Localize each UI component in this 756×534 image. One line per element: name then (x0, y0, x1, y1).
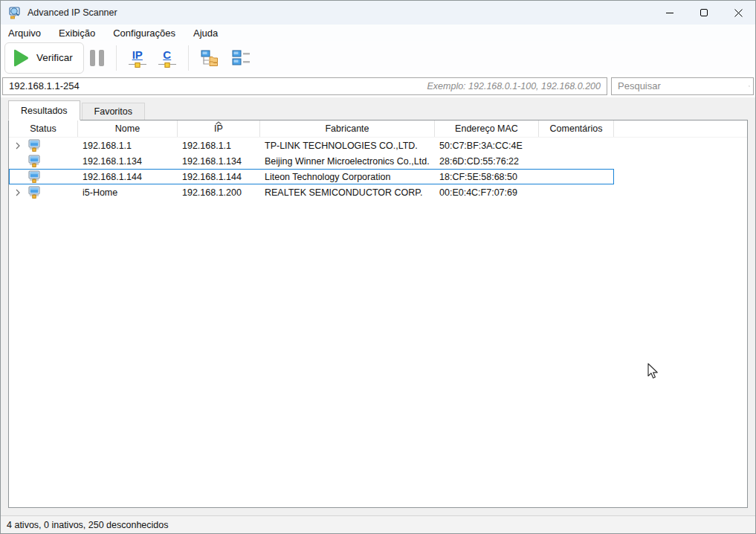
collapse-all-button[interactable] (226, 42, 257, 74)
status-cell (9, 155, 78, 167)
column-header-ip[interactable]: IP (178, 120, 260, 137)
play-icon (10, 48, 30, 68)
status-cell (9, 186, 78, 199)
app-icon (8, 6, 22, 19)
menu-ajuda[interactable]: Ajuda (193, 28, 228, 39)
tab-bar: Resultados Favoritos (8, 100, 748, 120)
name-cell: i5-Home (78, 187, 178, 198)
menu-configuracoes[interactable]: Configurações (113, 28, 186, 39)
column-header-nome[interactable]: Nome (78, 120, 178, 137)
title-bar: Advanced IP Scanner (1, 1, 755, 25)
manufacturer-cell: TP-LINK TECHNOLOGIES CO.,LTD. (260, 141, 435, 151)
ip-cell: 192.168.1.144 (178, 172, 260, 182)
mac-cell: 18:CF:5E:58:68:50 (435, 172, 539, 182)
computer-status-icon (28, 139, 40, 152)
table-row[interactable]: 192.168.1.1 192.168.1.1 TP-LINK TECHNOLO… (9, 138, 614, 153)
tab-favoritos[interactable]: Favoritos (82, 103, 145, 120)
ip-cell: 192.168.1.134 (178, 156, 260, 167)
table-row[interactable]: 192.168.1.144 192.168.1.144 Liteon Techn… (9, 169, 614, 184)
ip-range-input[interactable]: 192.168.1.1-254 Exemplo: 192.168.0.1-100… (2, 77, 607, 95)
status-cell (9, 139, 78, 152)
sort-ascending-icon (216, 121, 222, 125)
pause-icon (90, 50, 104, 66)
expander-icon[interactable] (12, 189, 24, 196)
toolbar-separator (116, 45, 117, 71)
results-panel: Status Nome IP Fabricante Endereço MAC C… (8, 120, 748, 508)
ip-icon: IP (129, 49, 146, 67)
computer-status-icon (28, 155, 40, 167)
tree-view-icon (201, 50, 220, 66)
manufacturer-cell: Liteon Technology Corporation (260, 172, 435, 182)
menu-arquivo[interactable]: Arquivo (8, 28, 51, 39)
list-view-icon (232, 50, 251, 66)
status-bar: 4 ativos, 0 inativos, 250 desconhecidos (1, 515, 755, 533)
column-header-status[interactable]: Status (9, 120, 78, 137)
name-cell: 192.168.1.144 (78, 172, 178, 182)
column-header-mac[interactable]: Endereço MAC (435, 120, 539, 137)
manufacturer-cell: REALTEK SEMICONDUCTOR CORP. (260, 187, 435, 198)
computer-status-icon (28, 170, 40, 183)
pause-button[interactable] (84, 42, 110, 74)
toolbar-separator (188, 45, 189, 71)
expander-icon[interactable] (12, 142, 24, 149)
status-cell (9, 170, 78, 183)
scan-ip-button[interactable]: IP (123, 42, 152, 74)
c-class-icon: C (158, 49, 176, 67)
scan-summary-text: 4 ativos, 0 inativos, 250 desconhecidos (7, 520, 169, 530)
mac-cell: 50:C7:BF:3A:CC:4E (435, 141, 539, 151)
name-cell: 192.168.1.1 (78, 141, 178, 151)
table-body: 192.168.1.1 192.168.1.1 TP-LINK TECHNOLO… (9, 138, 747, 200)
window-title: Advanced IP Scanner (28, 7, 117, 18)
table-header: Status Nome IP Fabricante Endereço MAC C… (9, 120, 747, 138)
computer-status-icon (28, 186, 40, 199)
tab-favoritos-label: Favoritos (94, 106, 132, 117)
ip-cell: 192.168.1.200 (178, 187, 260, 198)
app-window: Advanced IP Scanner Arquivo Exibição Con… (0, 0, 756, 534)
menu-bar: Arquivo Exibição Configurações Ajuda (1, 25, 755, 41)
ip-cell: 192.168.1.1 (178, 141, 260, 151)
search-icon[interactable] (749, 80, 750, 92)
address-row: 192.168.1.1-254 Exemplo: 192.168.0.1-100… (1, 74, 755, 97)
ip-range-example: Exemplo: 192.168.0.1-100, 192.168.0.200 (427, 81, 601, 91)
maximize-icon (700, 9, 708, 16)
tab-resultados[interactable]: Resultados (8, 100, 80, 120)
scan-button-label: Verificar (36, 52, 73, 63)
minimize-icon (666, 13, 673, 13)
search-input[interactable] (618, 80, 749, 91)
tab-resultados-label: Resultados (21, 106, 68, 116)
name-cell: 192.168.1.134 (78, 156, 178, 167)
manufacturer-cell: Beijing Winner Microelectronics Co.,Ltd. (260, 156, 435, 167)
search-box (611, 77, 754, 95)
scan-button[interactable]: Verificar (4, 42, 84, 74)
table-row[interactable]: i5-Home 192.168.1.200 REALTEK SEMICONDUC… (9, 184, 614, 200)
ip-range-value: 192.168.1.1-254 (9, 80, 80, 91)
expand-all-button[interactable] (195, 42, 226, 74)
mac-cell: 00:E0:4C:F7:07:69 (435, 187, 539, 198)
close-icon (734, 9, 743, 17)
mac-cell: 28:6D:CD:55:76:22 (435, 156, 539, 167)
column-header-comentarios[interactable]: Comentários (539, 120, 614, 137)
scan-class-button[interactable]: C (152, 42, 182, 74)
menu-exibicao[interactable]: Exibição (59, 28, 106, 39)
main-area: Resultados Favoritos Status Nome IP Fabr… (1, 97, 755, 515)
table-row[interactable]: 192.168.1.134 192.168.1.134 Beijing Winn… (9, 153, 614, 169)
close-button[interactable] (721, 1, 755, 25)
minimize-button[interactable] (653, 1, 687, 25)
maximize-button[interactable] (687, 1, 721, 25)
column-header-fabricante[interactable]: Fabricante (260, 120, 435, 137)
toolbar: Verificar IP C (1, 41, 755, 74)
